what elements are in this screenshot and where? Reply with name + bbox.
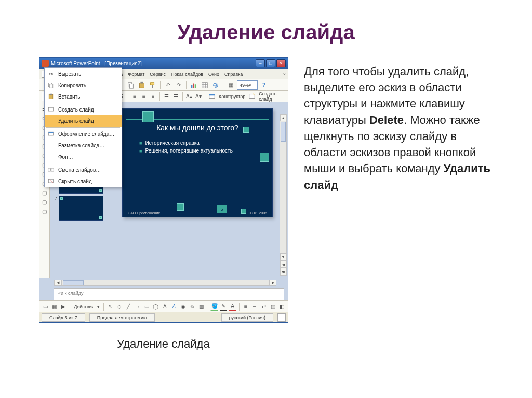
hscroll-thumb[interactable]	[63, 280, 84, 285]
diagram-icon[interactable]: ◉	[179, 302, 187, 311]
status-language: русский (Россия)	[221, 313, 273, 322]
picture-icon[interactable]: ▧	[197, 302, 205, 311]
svg-rect-15	[202, 82, 208, 88]
increase-font-icon[interactable]: A▴	[185, 92, 193, 101]
menu-format[interactable]: Формат	[128, 72, 144, 77]
scroll-thumb[interactable]	[281, 122, 286, 142]
view-show-icon[interactable]: ▶	[60, 302, 67, 311]
view-sorter-icon[interactable]: ▦	[50, 302, 58, 311]
decor-square-icon	[177, 203, 184, 211]
view-normal-icon[interactable]: ▭	[42, 302, 49, 311]
layout-icon	[47, 141, 55, 149]
slide-canvas[interactable]: Как мы дошли до этого? Историческая спра…	[122, 108, 273, 217]
zoom-field[interactable]: 49%▾	[237, 80, 258, 90]
autoshapes-icon[interactable]: ◇	[116, 302, 123, 311]
svg-rect-26	[49, 132, 54, 133]
ctx-cut[interactable]: ✂ Вырезать	[45, 68, 122, 79]
svg-rect-7	[129, 84, 133, 88]
help-icon[interactable]: ?	[259, 80, 269, 90]
redo-icon[interactable]: ↷	[174, 80, 183, 90]
align-left-icon[interactable]: ≡	[131, 92, 139, 101]
maximize-button[interactable]: □	[266, 59, 275, 67]
fill-color-icon[interactable]: 🪣	[210, 302, 218, 311]
font-color-icon[interactable]: A	[229, 302, 236, 311]
menu-window[interactable]: Окно	[208, 72, 219, 77]
arrow-style-icon[interactable]: ⇄	[260, 302, 268, 311]
thumb-number-7: 7	[52, 196, 57, 201]
background-icon	[47, 153, 55, 161]
align-center-icon[interactable]: ≡	[140, 92, 148, 101]
ctx-background[interactable]: Фон…	[45, 151, 122, 162]
hyperlink-icon[interactable]	[211, 80, 220, 90]
actions-label[interactable]: Действия	[73, 304, 95, 309]
chart-icon[interactable]	[189, 80, 198, 90]
rectangle-icon[interactable]: ▭	[143, 302, 150, 311]
menu-slideshow[interactable]: Показ слайдов	[171, 72, 203, 77]
ctx-hide-slide[interactable]: Скрыть слайд	[45, 175, 122, 187]
ctx-transition[interactable]: Смена слайдов…	[45, 164, 122, 175]
new-slide-label[interactable]: Создать слайд	[258, 91, 286, 102]
arrow-icon[interactable]: →	[134, 302, 141, 311]
bullets-icon[interactable]: ☰	[172, 92, 180, 101]
powerpoint-window: Microsoft PowerPoint - [Презентация2] – …	[39, 57, 288, 323]
ctx-copy[interactable]: Копировать	[45, 79, 122, 91]
scroll-left-icon[interactable]: ◀	[54, 280, 61, 286]
ctx-slide-layout[interactable]: Разметка слайда…	[45, 140, 122, 151]
ctx-paste[interactable]: Вставить	[45, 91, 122, 102]
scroll-up-icon[interactable]: ▲	[280, 114, 286, 121]
minimize-button[interactable]: –	[256, 59, 265, 67]
clipart-icon[interactable]: ☺	[189, 302, 196, 311]
svg-rect-27	[48, 168, 51, 171]
designer-icon[interactable]	[208, 92, 216, 101]
svg-rect-23	[50, 94, 52, 95]
undo-icon[interactable]: ↶	[163, 80, 172, 90]
slide-thumbnail-7[interactable]	[59, 196, 103, 221]
line-color-icon[interactable]: ✎	[220, 302, 227, 311]
shadow-style-icon[interactable]: ▨	[269, 302, 276, 311]
3d-style-icon[interactable]: ◧	[278, 302, 286, 311]
mdi-close-icon[interactable]: ×	[283, 72, 286, 77]
status-spell-icon[interactable]	[277, 313, 286, 322]
slide-bullet-1: Историческая справка	[139, 140, 263, 146]
format-painter-icon[interactable]	[148, 80, 157, 90]
ctx-slide-design[interactable]: Оформление слайда…	[45, 128, 122, 140]
copy-icon[interactable]	[126, 80, 136, 90]
vertical-scrollbar[interactable]: ▲ ▼ ⏮ ⏭	[280, 114, 287, 276]
close-button[interactable]: ×	[276, 59, 286, 67]
decor-square-icon	[260, 153, 269, 162]
line-style-icon[interactable]: ≡	[242, 302, 249, 311]
tool-icon-9[interactable]: ▢	[40, 198, 48, 206]
ctx-new-slide[interactable]: Создать слайд	[45, 104, 122, 115]
scroll-down-icon[interactable]: ▼	[280, 253, 286, 260]
pointer-icon[interactable]: ↖	[107, 302, 114, 311]
next-slide-icon[interactable]: ⏭	[280, 268, 286, 275]
oval-icon[interactable]: ◯	[152, 302, 159, 311]
new-slide-icon[interactable]	[248, 92, 256, 101]
numbering-icon[interactable]: ☰	[163, 92, 170, 101]
menu-help[interactable]: Справка	[224, 72, 243, 77]
horizontal-scrollbar[interactable]: ◀ ▶	[54, 280, 276, 287]
svg-rect-10	[151, 82, 154, 84]
decor-square-icon	[142, 111, 154, 122]
prev-slide-icon[interactable]: ⏮	[280, 260, 286, 268]
slide-footer-right: 08.01.2006	[249, 211, 267, 215]
textbox-icon[interactable]: A	[161, 302, 168, 311]
tool-icon-8[interactable]: ▢	[40, 188, 48, 197]
drawing-toolbar: ▭ ▦ ▶ Действия▾ ↖ ◇ ╱ → ▭ ◯ A A ◉ ☺ ▧ 🪣 …	[39, 300, 288, 312]
align-right-icon[interactable]: ≡	[149, 92, 157, 101]
svg-rect-8	[140, 83, 144, 88]
scroll-right-icon[interactable]: ▶	[269, 280, 276, 286]
paste-icon[interactable]	[137, 80, 147, 90]
designer-label[interactable]: Конструктор	[218, 94, 246, 99]
line-icon[interactable]: ╱	[125, 302, 132, 311]
ctx-delete-slide[interactable]: Удалить слайд	[45, 115, 122, 127]
tool-icon-10[interactable]: ▢	[40, 207, 48, 215]
table-icon[interactable]	[200, 80, 209, 90]
wordart-icon[interactable]: A	[170, 302, 178, 311]
notes-pane[interactable]: «и к слайду	[54, 288, 284, 300]
show-grid-icon[interactable]: ▦	[226, 80, 235, 90]
decrease-font-icon[interactable]: A▾	[194, 92, 202, 101]
menu-tools[interactable]: Сервис	[150, 72, 166, 77]
dash-style-icon[interactable]: ┅	[251, 302, 258, 311]
svg-rect-22	[49, 94, 53, 99]
